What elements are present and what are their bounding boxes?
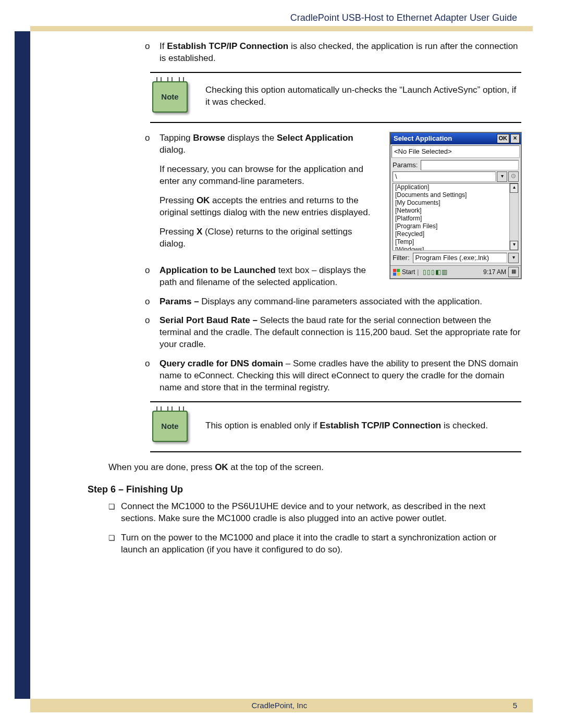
list-item: Connect the MC1000 to the PS6U1UHE devic… <box>121 501 521 525</box>
close-icon[interactable]: × <box>510 134 520 143</box>
list-item[interactable]: [Documents and Settings] <box>395 191 509 199</box>
params-input[interactable] <box>421 160 519 170</box>
scroll-up-icon[interactable]: ▴ <box>510 183 518 193</box>
filter-label: Filter: <box>393 253 410 263</box>
list-bullet: o <box>145 358 160 394</box>
footer-company: CradlePoint, Inc <box>251 700 307 711</box>
page-header-title: CradlePoint USB-Host to Ethernet Adapter… <box>0 0 563 24</box>
checkbox-bullet-icon <box>108 532 121 556</box>
ok-button[interactable]: OK <box>497 134 510 143</box>
checkbox-bullet-icon <box>108 501 121 525</box>
taskbar-clock: 9:17 AM <box>483 268 506 276</box>
taskbar: Start | ▯▯▯◧▥ 9:17 AM ▦ <box>390 265 521 278</box>
list-bullet: o <box>145 265 160 289</box>
start-button[interactable]: Start <box>402 268 415 276</box>
list-item: If Establish TCP/IP Connection is also c… <box>160 41 521 65</box>
select-application-dialog: Select Application OK × <No File Selecte… <box>390 132 521 279</box>
list-item[interactable]: [Platform] <box>395 215 509 223</box>
list-item[interactable]: [Windows] <box>395 246 509 251</box>
scrollbar[interactable]: ▴ ▾ <box>509 183 518 250</box>
up-folder-icon[interactable]: ⮿ <box>508 171 519 182</box>
list-item[interactable]: [Recycled] <box>395 230 509 238</box>
left-gutter <box>0 31 15 699</box>
list-item: Serial Port Baud Rate – Selects the baud… <box>160 315 521 351</box>
list-bullet: o <box>145 315 160 351</box>
footer-bar: CradlePoint, Inc 5 <box>30 699 533 712</box>
selected-file-field[interactable]: <No File Selected> <box>391 145 520 158</box>
list-item[interactable]: [Temp] <box>395 238 509 246</box>
note-icon: Note <box>150 78 190 115</box>
list-item[interactable]: [My Documents] <box>395 199 509 207</box>
dialog-title: Select Application <box>394 134 497 143</box>
list-item: Tapping Browse displays the Select Appli… <box>160 132 381 257</box>
scroll-down-icon[interactable]: ▾ <box>510 241 518 250</box>
windows-logo-icon[interactable] <box>393 268 400 276</box>
list-item: Application to be Launched text box – di… <box>160 265 381 289</box>
sip-icon[interactable]: ▦ <box>508 267 519 277</box>
list-bullet: o <box>145 296 160 308</box>
step-6-heading: Step 6 – Finishing Up <box>88 483 521 496</box>
filter-combo[interactable]: Program Files (.exe;.lnk) <box>413 253 508 263</box>
note-icon: Note <box>150 408 190 444</box>
list-item: Turn on the power to the MC1000 and plac… <box>121 532 521 556</box>
directory-list[interactable]: [Application] [Documents and Settings] [… <box>393 183 519 251</box>
note-callout: Note Checking this option automatically … <box>150 72 521 123</box>
list-item[interactable]: [Network] <box>395 207 509 215</box>
list-bullet: o <box>145 132 160 257</box>
note-callout: Note This option is enabled only if Esta… <box>150 401 521 452</box>
header-accent-bar <box>30 26 533 31</box>
list-item[interactable]: [Program Files] <box>395 223 509 230</box>
chevron-down-icon[interactable]: ▾ <box>497 171 507 182</box>
footer-page-number: 5 <box>513 700 517 711</box>
list-bullet: o <box>145 41 160 65</box>
closing-paragraph: When you are done, press OK at the top o… <box>108 462 521 474</box>
note-text: Checking this option automatically un-ch… <box>205 84 521 108</box>
chevron-down-icon[interactable]: ▾ <box>508 253 519 263</box>
path-combo[interactable]: \ <box>393 171 496 182</box>
params-label: Params: <box>393 161 418 170</box>
list-item: Params – Displays any command-line param… <box>160 296 521 308</box>
list-item: Query cradle for DNS domain – Some cradl… <box>160 358 521 394</box>
list-item[interactable]: [Application] <box>395 183 509 191</box>
tray-icons[interactable]: ▯▯▯◧▥ <box>423 268 448 276</box>
note-text: This option is enabled only if Establish… <box>205 420 488 432</box>
vertical-accent-bar <box>15 31 30 699</box>
